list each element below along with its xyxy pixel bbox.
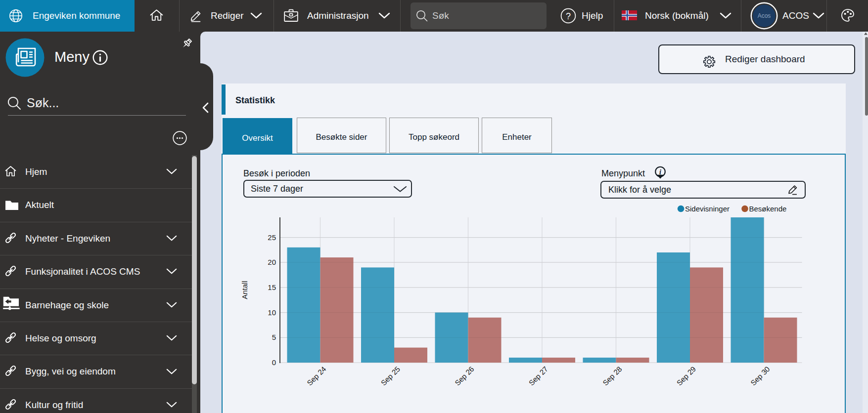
svg-text:Sep 27: Sep 27 — [527, 365, 549, 387]
svg-text:?: ? — [566, 11, 571, 21]
svg-text:Sep 30: Sep 30 — [749, 365, 772, 387]
svg-text:Acos: Acos — [758, 12, 771, 19]
svg-text:Antall: Antall — [240, 281, 249, 299]
svg-text:Sep 26: Sep 26 — [453, 365, 476, 387]
svg-text:Sep 25: Sep 25 — [379, 365, 402, 387]
svg-text:20: 20 — [268, 258, 276, 266]
svg-text:Sep 28: Sep 28 — [601, 365, 624, 387]
svg-text:5: 5 — [272, 333, 276, 341]
svg-text:10: 10 — [268, 308, 276, 317]
svg-text:15: 15 — [268, 283, 276, 291]
svg-text:Sep 24: Sep 24 — [305, 365, 328, 387]
svg-text:Sidevisninger: Sidevisninger — [685, 205, 730, 213]
svg-text:Sep 29: Sep 29 — [675, 365, 697, 387]
svg-text:Besøkende: Besøkende — [749, 205, 787, 213]
svg-text:0: 0 — [272, 358, 276, 367]
svg-text:25: 25 — [268, 233, 276, 242]
